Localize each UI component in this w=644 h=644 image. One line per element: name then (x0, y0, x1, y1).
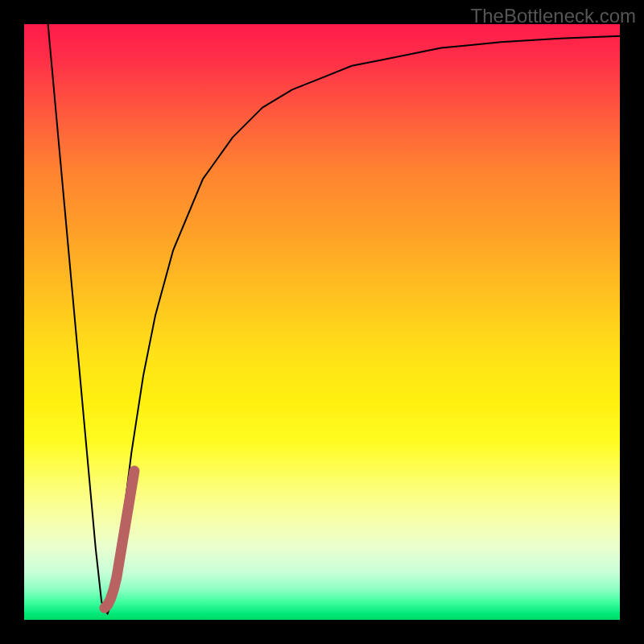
main-curve-line (48, 24, 620, 614)
highlight-segment-line (105, 471, 134, 608)
watermark-text: TheBottleneck.com (471, 5, 636, 27)
chart-svg (24, 24, 620, 620)
chart-plot-area (24, 24, 620, 620)
